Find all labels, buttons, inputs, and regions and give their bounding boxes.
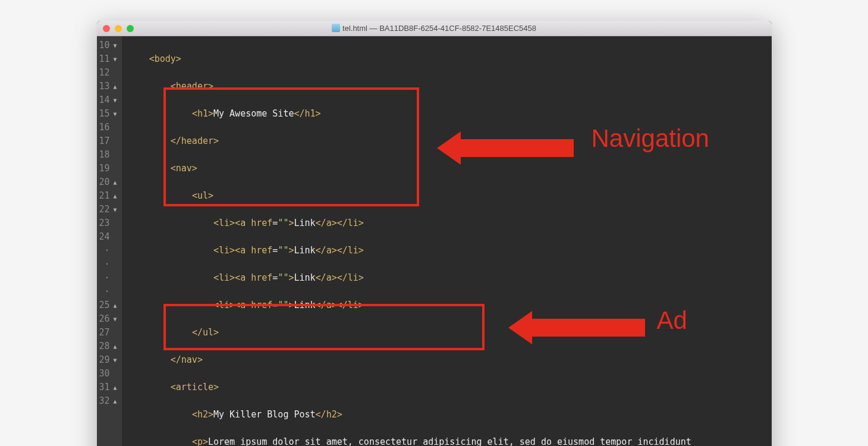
editor-area[interactable]: 10▼11▼1213▲14▼15▼1617181920▲21▲22▼2324··…: [97, 36, 772, 446]
gutter-line[interactable]: ·: [97, 285, 118, 299]
gutter-line[interactable]: 32▲: [97, 394, 118, 408]
gutter-line[interactable]: 24: [97, 230, 118, 244]
gutter-line[interactable]: 13▲: [97, 80, 118, 93]
zoom-icon[interactable]: [127, 25, 134, 32]
gutter-line[interactable]: 21▲: [97, 189, 118, 203]
editor-window: tel.html — BA11DB8F-6254-41CF-8582-7E148…: [97, 21, 772, 446]
gutter-line[interactable]: 20▲: [97, 175, 118, 189]
gutter-line[interactable]: 30: [97, 367, 118, 381]
gutter-line[interactable]: ·: [97, 257, 118, 271]
gutter-line[interactable]: 22▼: [97, 203, 118, 216]
file-icon: [332, 24, 340, 32]
close-icon[interactable]: [103, 25, 110, 32]
window-title: tel.html — BA11DB8F-6254-41CF-8582-7E148…: [97, 24, 772, 33]
gutter-line[interactable]: 19: [97, 162, 118, 175]
gutter-line[interactable]: 18: [97, 148, 118, 162]
traffic-lights: [103, 25, 134, 32]
gutter-line[interactable]: 28▲: [97, 340, 118, 353]
gutter-line[interactable]: 11▼: [97, 52, 118, 66]
gutter-line[interactable]: 15▼: [97, 107, 118, 121]
gutter-line[interactable]: 17: [97, 134, 118, 148]
gutter-line[interactable]: 14▼: [97, 93, 118, 107]
annotation-label-ad: Ad: [657, 313, 687, 327]
minimize-icon[interactable]: [115, 25, 122, 32]
gutter-line[interactable]: 10▼: [97, 39, 118, 52]
gutter-line[interactable]: 16: [97, 121, 118, 134]
gutter-line[interactable]: ·: [97, 271, 118, 285]
gutter-line[interactable]: 26▼: [97, 312, 118, 326]
window-title-text: tel.html — BA11DB8F-6254-41CF-8582-7E148…: [342, 24, 536, 33]
gutter-line[interactable]: 12: [97, 66, 118, 80]
gutter-line[interactable]: 29▼: [97, 353, 118, 367]
gutter-line[interactable]: 31▲: [97, 381, 118, 394]
gutter-line[interactable]: 25▲: [97, 299, 118, 312]
gutter-line[interactable]: 23: [97, 216, 118, 230]
code-content[interactable]: <body> <header> <h1>My Awesome Site</h1>…: [122, 36, 772, 446]
gutter[interactable]: 10▼11▼1213▲14▼15▼1617181920▲21▲22▼2324··…: [97, 36, 122, 446]
gutter-line[interactable]: ·: [97, 244, 118, 257]
titlebar: tel.html — BA11DB8F-6254-41CF-8582-7E148…: [97, 21, 772, 36]
gutter-line[interactable]: 27: [97, 326, 118, 340]
